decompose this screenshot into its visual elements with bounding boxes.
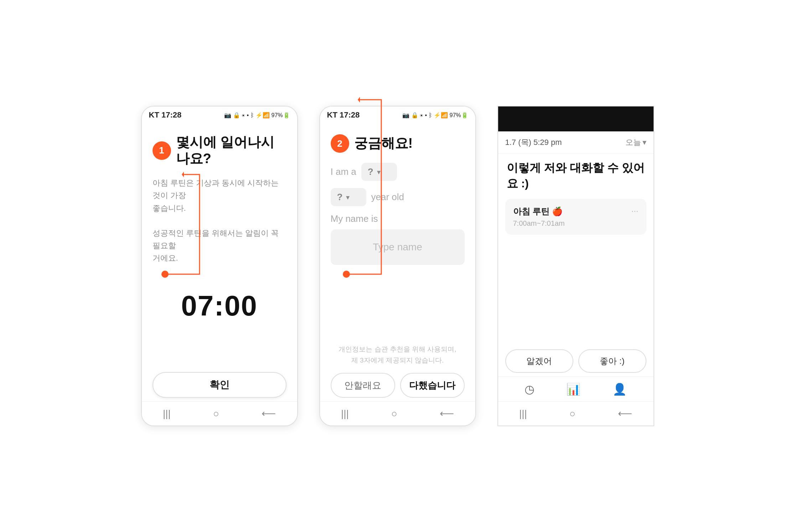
privacy-line2: 제 3자에게 제공되지 않습니다. bbox=[331, 355, 465, 366]
status-icons-2: 📷 🔒 ☀ • ᛒ ⚡📶 97%🔋 bbox=[402, 112, 468, 119]
chevron-down-icon: ▾ bbox=[642, 138, 646, 147]
screen2-confirm-button[interactable]: 다했습니다 bbox=[400, 373, 465, 398]
carrier-time-2: KT 17:28 bbox=[327, 110, 360, 120]
age-dropdown-arrow: ▾ bbox=[346, 193, 350, 202]
reply-btn-1[interactable]: 알겠어 bbox=[505, 349, 573, 373]
status-bar-1: KT 17:28 📷 🔒 ☀ • ᛒ ⚡📶 97%🔋 bbox=[142, 106, 297, 124]
nav-menu-3[interactable]: ||| bbox=[519, 408, 527, 419]
desc-line4: 거에요. bbox=[153, 252, 286, 264]
nav-menu-1[interactable]: ||| bbox=[163, 408, 171, 419]
gender-prefix: I am a bbox=[331, 166, 356, 177]
time-display: 07:00 bbox=[153, 290, 286, 322]
routine-more-icon[interactable]: ··· bbox=[631, 206, 638, 216]
chat-title-bar: 이렇게 저와 대화할 수 있어요 :) bbox=[498, 154, 654, 195]
chat-body: 아침 루틴 🍎 7:00am~7:01am ··· bbox=[498, 195, 654, 346]
nav-home-3[interactable]: ○ bbox=[569, 408, 575, 419]
gender-value: ? bbox=[368, 166, 373, 177]
step1-title: 몇시에 일어나시나요? bbox=[176, 134, 286, 167]
screen1-confirm-button[interactable]: 확인 bbox=[153, 372, 286, 398]
name-placeholder: Type name bbox=[373, 241, 422, 253]
carrier-time-1: KT 17:28 bbox=[149, 110, 182, 120]
nav-back-3[interactable]: ⟵ bbox=[618, 408, 632, 419]
step2-header: 2 궁금해요! bbox=[331, 134, 465, 153]
screen2-cancel-button[interactable]: 안할래요 bbox=[331, 373, 395, 398]
nav-menu-2[interactable]: ||| bbox=[341, 408, 349, 419]
status-bar-2: KT 17:28 📷 🔒 ☀ • ᛒ ⚡📶 97%🔋 bbox=[320, 106, 475, 124]
status-icons-1: 📷 🔒 ☀ • ᛒ ⚡📶 97%🔋 bbox=[224, 112, 290, 119]
today-button[interactable]: 오늘 ▾ bbox=[625, 137, 646, 148]
nav-back-2[interactable]: ⟵ bbox=[440, 408, 454, 419]
routine-card: 아침 루틴 🍎 7:00am~7:01am ··· bbox=[505, 199, 646, 235]
chat-date: 1.7 (목) 5:29 pm bbox=[505, 137, 562, 148]
desc-line2: 좋습니다. bbox=[153, 202, 286, 214]
screen1-description: 아침 루틴은 기상과 동시에 시작하는 것이 가장 좋습니다. 성공적인 루틴을… bbox=[153, 177, 286, 264]
chat-date-header: 1.7 (목) 5:29 pm 오늘 ▾ bbox=[498, 131, 654, 154]
chat-title: 이렇게 저와 대화할 수 있어요 :) bbox=[507, 160, 645, 192]
screen1-bottom: 확인 bbox=[153, 372, 286, 401]
nav-bar-1: ||| ○ ⟵ bbox=[142, 401, 297, 426]
chat-reply-area: 알겠어 좋아 :) bbox=[498, 346, 654, 376]
desc-line1: 아침 루틴은 기상과 동시에 시작하는 것이 가장 bbox=[153, 177, 286, 202]
age-value: ? bbox=[337, 192, 343, 203]
name-input-box[interactable]: Type name bbox=[331, 229, 465, 265]
screen1-content: 1 몇시에 일어나시나요? 아침 루틴은 기상과 동시에 시작하는 것이 가장 … bbox=[142, 124, 297, 401]
gender-row: I am a ? ▾ bbox=[331, 163, 465, 181]
privacy-note: 개인정보는 습관 추천을 위해 사용되며, 제 3자에게 제공되지 않습니다. bbox=[331, 333, 465, 366]
nav-home-2[interactable]: ○ bbox=[391, 408, 397, 419]
step2-badge: 2 bbox=[331, 134, 349, 153]
clock-icon[interactable]: ◷ bbox=[525, 382, 535, 396]
screen2-buttons: 안할래요 다했습니다 bbox=[331, 373, 465, 398]
today-label: 오늘 bbox=[625, 137, 641, 148]
bottom-icons-bar: ◷ 📊 👤 bbox=[498, 376, 654, 401]
privacy-line1: 개인정보는 습관 추천을 위해 사용되며, bbox=[331, 344, 465, 355]
phone-screen-3: 1.7 (목) 5:29 pm 오늘 ▾ 이렇게 저와 대화할 수 있어요 :)… bbox=[497, 106, 654, 426]
nav-home-1[interactable]: ○ bbox=[213, 408, 219, 419]
desc-line3: 성공적인 루틴을 위해서는 알림이 꼭 필요할 bbox=[153, 227, 286, 252]
name-label: My name is bbox=[331, 213, 465, 224]
age-row: ? ▾ year old bbox=[331, 188, 465, 206]
routine-info: 아침 루틴 🍎 7:00am~7:01am bbox=[513, 206, 565, 228]
age-suffix: year old bbox=[371, 192, 404, 203]
routine-name: 아침 루틴 🍎 bbox=[513, 206, 565, 217]
phone-screen-1: KT 17:28 📷 🔒 ☀ • ᛒ ⚡📶 97%🔋 1 몇시에 일어나시나요?… bbox=[141, 106, 298, 426]
phone3-top-bar bbox=[498, 106, 654, 131]
arrow-head-2 bbox=[358, 97, 360, 103]
phone-screen-2: KT 17:28 📷 🔒 ☀ • ᛒ ⚡📶 97%🔋 2 궁금해요! I am … bbox=[319, 106, 476, 426]
step1-badge: 1 bbox=[153, 141, 171, 160]
user-icon[interactable]: 👤 bbox=[613, 382, 627, 396]
gender-dropdown-arrow: ▾ bbox=[377, 168, 381, 176]
nav-bar-3: ||| ○ ⟵ bbox=[498, 401, 654, 426]
nav-back-1[interactable]: ⟵ bbox=[262, 408, 276, 419]
step1-header: 1 몇시에 일어나시나요? bbox=[153, 134, 286, 167]
nav-bar-2: ||| ○ ⟵ bbox=[320, 401, 475, 426]
chart-icon[interactable]: 📊 bbox=[566, 382, 580, 396]
screen2-content: 2 궁금해요! I am a ? ▾ ? ▾ year old My bbox=[320, 124, 475, 401]
routine-time: 7:00am~7:01am bbox=[513, 219, 565, 228]
step2-title: 궁금해요! bbox=[354, 135, 413, 152]
age-dropdown[interactable]: ? ▾ bbox=[331, 188, 366, 206]
gender-dropdown[interactable]: ? ▾ bbox=[361, 163, 397, 181]
reply-btn-2[interactable]: 좋아 :) bbox=[578, 349, 646, 373]
